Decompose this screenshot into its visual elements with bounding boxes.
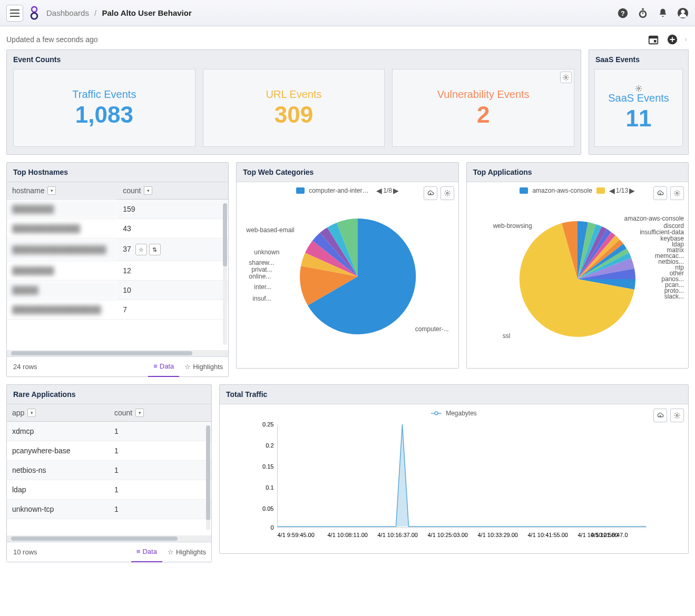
add-icon[interactable] bbox=[667, 34, 678, 45]
row-count: 10 rows bbox=[7, 548, 44, 556]
panel-title: Event Counts bbox=[7, 50, 581, 69]
table-row[interactable]: ██████████████████37☆⇅ bbox=[7, 239, 228, 261]
svg-point-16 bbox=[565, 76, 567, 78]
pager-prev-icon[interactable]: ◀ bbox=[609, 186, 615, 195]
pager-next-icon[interactable]: ▶ bbox=[393, 186, 399, 195]
hostname-cell: ██████████████████ bbox=[7, 239, 118, 261]
column-header[interactable]: count bbox=[123, 186, 141, 195]
breadcrumb-root[interactable]: Dashboards bbox=[46, 8, 89, 17]
card-label: Vulnerability Events bbox=[437, 88, 530, 101]
user-icon[interactable] bbox=[677, 7, 689, 19]
count-cell: 159 bbox=[118, 200, 228, 219]
column-menu-icon[interactable]: ▾ bbox=[135, 409, 144, 417]
saas-events-panel: SaaS Events SaaS Events 11 bbox=[589, 49, 689, 155]
pie-label: insuf... bbox=[252, 295, 271, 302]
svg-text:4/1 10:16:37.00: 4/1 10:16:37.00 bbox=[378, 532, 418, 538]
calendar-icon[interactable] bbox=[648, 34, 659, 45]
breadcrumb-separator: / bbox=[94, 8, 96, 17]
panel-title: Top Applications bbox=[467, 163, 688, 182]
pie-label: privat... bbox=[251, 266, 272, 273]
help-icon[interactable]: ? bbox=[617, 7, 629, 19]
card-label: URL Events bbox=[266, 88, 322, 101]
legend-swatch bbox=[596, 187, 605, 194]
count-cell: 10 bbox=[118, 281, 228, 300]
pager-prev-icon[interactable]: ◀ bbox=[376, 186, 382, 195]
svg-rect-11 bbox=[654, 40, 657, 43]
table-row[interactable]: █████████████████7 bbox=[7, 300, 228, 320]
vulnerability-events-card[interactable]: Vulnerability Events 2 bbox=[392, 69, 574, 147]
gear-icon[interactable] bbox=[560, 72, 572, 83]
pager-next-icon[interactable]: ▶ bbox=[629, 186, 635, 195]
download-icon[interactable] bbox=[653, 409, 667, 422]
count-cell: 12 bbox=[118, 261, 228, 281]
scrollbar[interactable] bbox=[206, 425, 210, 530]
tab-data[interactable]: ≡Data bbox=[131, 542, 162, 562]
table-row[interactable]: unknown-tcp1 bbox=[7, 500, 211, 519]
app-cell: ldap bbox=[7, 480, 109, 500]
legend-label: Megabytes bbox=[446, 410, 477, 417]
scrollbar[interactable] bbox=[11, 536, 207, 541]
star-icon[interactable]: ☆ bbox=[135, 244, 147, 255]
legend-label: computer-and-internet-info bbox=[309, 187, 372, 194]
svg-text:0.15: 0.15 bbox=[262, 463, 273, 470]
svg-text:0: 0 bbox=[270, 524, 273, 531]
gear-icon[interactable] bbox=[635, 85, 642, 92]
sort-icon[interactable]: ⇅ bbox=[149, 244, 161, 255]
svg-point-15 bbox=[686, 41, 686, 41]
column-header[interactable]: app bbox=[12, 409, 24, 417]
svg-point-14 bbox=[686, 39, 686, 40]
pie-chart[interactable] bbox=[252, 197, 442, 350]
pie-label: ssl bbox=[503, 332, 511, 340]
app-cell: netbios-ns bbox=[7, 461, 109, 480]
breadcrumb: Dashboards / Palo Alto User Behavior bbox=[46, 8, 192, 17]
pie-label: web-browsing bbox=[493, 222, 532, 230]
line-chart[interactable]: 0.25 0.2 0.15 0.1 0.05 0 4/1 9:59:45.00 … bbox=[226, 417, 682, 538]
svg-text:0.1: 0.1 bbox=[266, 484, 273, 491]
table-row[interactable]: pcanywhere-base1 bbox=[7, 441, 211, 461]
table-row[interactable]: netbios-ns1 bbox=[7, 461, 211, 480]
svg-rect-10 bbox=[649, 36, 658, 39]
table-row[interactable]: xdmcp1 bbox=[7, 422, 211, 441]
table-row[interactable]: ████████12 bbox=[7, 261, 228, 281]
tab-highlights[interactable]: ☆Highlights bbox=[162, 542, 211, 562]
svg-text:0.2: 0.2 bbox=[266, 442, 273, 449]
card-value: 2 bbox=[477, 102, 490, 128]
svg-text:4/1 10:41:55.00: 4/1 10:41:55.00 bbox=[528, 532, 568, 538]
tab-data[interactable]: ≡Data bbox=[148, 357, 179, 377]
url-events-card[interactable]: URL Events 309 bbox=[203, 69, 385, 147]
svg-text:4/1 10:33:29.00: 4/1 10:33:29.00 bbox=[478, 532, 518, 538]
more-icon[interactable] bbox=[686, 34, 689, 45]
column-header[interactable]: count bbox=[114, 409, 132, 417]
table-row[interactable]: █████████████43 bbox=[7, 219, 228, 239]
count-cell: 37☆⇅ bbox=[118, 239, 228, 261]
tab-highlights[interactable]: ☆Highlights bbox=[179, 357, 228, 377]
panel-title: Total Traffic bbox=[220, 385, 688, 404]
table-row[interactable]: ████████159 bbox=[7, 200, 228, 219]
svg-point-18 bbox=[446, 192, 448, 194]
column-menu-icon[interactable]: ▾ bbox=[144, 186, 152, 195]
gear-icon[interactable] bbox=[670, 409, 684, 422]
top-hostnames-panel: Top Hostnames hostname▾ count▾ ████████1… bbox=[6, 162, 229, 377]
hostname-cell: █████████████████ bbox=[7, 300, 118, 320]
svg-point-22 bbox=[435, 412, 438, 415]
column-menu-icon[interactable]: ▾ bbox=[47, 186, 56, 195]
pie-label: computer-... bbox=[415, 325, 449, 333]
scrollbar[interactable] bbox=[11, 351, 224, 355]
column-menu-icon[interactable]: ▾ bbox=[27, 409, 36, 417]
svg-point-20 bbox=[676, 414, 678, 416]
svg-point-8 bbox=[681, 9, 684, 13]
scrollbar[interactable] bbox=[223, 203, 227, 345]
column-header[interactable]: hostname bbox=[12, 186, 44, 195]
table-row[interactable]: ldap1 bbox=[7, 480, 211, 500]
timer-icon[interactable] bbox=[637, 7, 649, 19]
count-cell: 1 bbox=[109, 480, 211, 500]
bell-icon[interactable] bbox=[657, 7, 669, 19]
card-value: 1,083 bbox=[75, 102, 133, 128]
svg-text:?: ? bbox=[621, 9, 625, 17]
traffic-events-card[interactable]: Traffic Events 1,083 bbox=[13, 69, 195, 147]
table-row[interactable]: █████10 bbox=[7, 281, 228, 300]
menu-button[interactable] bbox=[6, 5, 23, 22]
panel-title: Rare Applications bbox=[7, 385, 211, 404]
saas-events-card[interactable]: SaaS Events 11 bbox=[594, 69, 683, 147]
count-cell: 43 bbox=[118, 219, 228, 239]
